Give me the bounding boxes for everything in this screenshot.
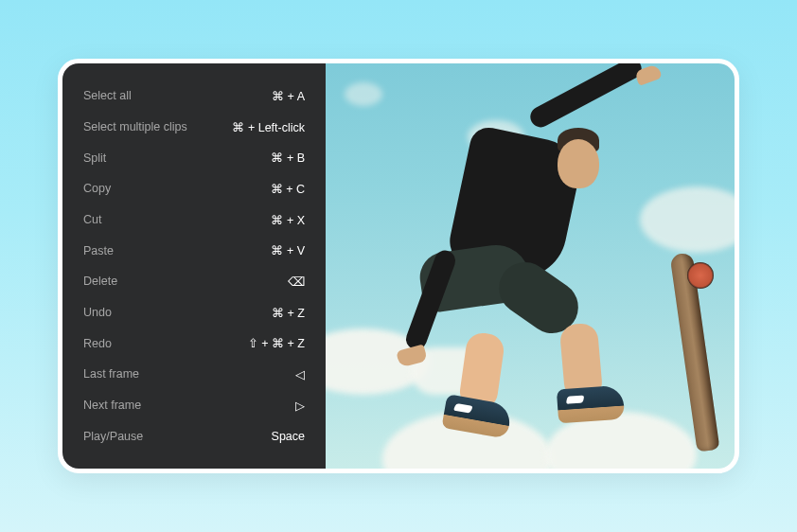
- skater-shoe: [441, 394, 512, 439]
- shortcuts-panel: Select all ⌘ + A Select multiple clips ⌘…: [62, 63, 326, 469]
- shortcut-keys: ◁: [295, 367, 305, 381]
- shortcut-keys: ⌘ + A: [272, 89, 305, 103]
- shortcut-keys: ⇧ + ⌘ + Z: [248, 336, 305, 350]
- shortcut-select-multiple[interactable]: Select multiple clips ⌘ + Left-click: [83, 112, 305, 143]
- skater-hand: [396, 344, 428, 367]
- shortcut-delete[interactable]: Delete ⌫: [83, 266, 305, 297]
- shortcut-label: Cut: [83, 213, 101, 226]
- shortcut-undo[interactable]: Undo ⌘ + Z: [83, 297, 305, 328]
- skater-head: [558, 139, 599, 188]
- skater-shoe: [557, 385, 625, 424]
- shortcut-label: Select multiple clips: [83, 120, 187, 133]
- shortcut-label: Split: [83, 151, 106, 165]
- shortcut-label: Next frame: [83, 399, 141, 412]
- shortcut-split[interactable]: Split ⌘ + B: [83, 142, 305, 173]
- shortcut-redo[interactable]: Redo ⇧ + ⌘ + Z: [83, 328, 305, 359]
- shortcut-keys: ⌘ + Left-click: [232, 120, 305, 134]
- shortcut-keys: ⌘ + B: [271, 151, 305, 165]
- shortcut-next-frame[interactable]: Next frame ▷: [83, 390, 305, 421]
- shortcut-label: Redo: [83, 337, 112, 350]
- shortcut-label: Copy: [83, 182, 111, 195]
- shortcut-keys: ▷: [295, 399, 305, 413]
- shortcut-keys: ⌘ + V: [271, 243, 305, 257]
- shortcut-select-all[interactable]: Select all ⌘ + A: [83, 80, 305, 112]
- editor-window: Select all ⌘ + A Select multiple clips ⌘…: [58, 59, 739, 473]
- shortcut-paste[interactable]: Paste ⌘ + V: [83, 235, 305, 266]
- shortcut-label: Last frame: [83, 367, 139, 381]
- shortcut-label: Delete: [83, 275, 117, 288]
- shortcut-label: Paste: [83, 244, 114, 257]
- shortcut-label: Select all: [83, 89, 132, 102]
- shortcut-keys: Space: [272, 430, 305, 443]
- shortcut-last-frame[interactable]: Last frame ◁: [83, 359, 305, 390]
- skater-illustration: [373, 82, 657, 442]
- skateboard-wheel: [687, 262, 714, 289]
- shortcut-copy[interactable]: Copy ⌘ + C: [83, 173, 305, 204]
- shortcut-cut[interactable]: Cut ⌘ + X: [83, 204, 305, 236]
- shortcut-keys: ⌘ + Z: [272, 306, 305, 320]
- video-preview[interactable]: [326, 63, 735, 469]
- shortcut-play-pause[interactable]: Play/Pause Space: [83, 420, 305, 452]
- shortcut-label: Undo: [83, 306, 112, 319]
- shortcut-keys: ⌫: [288, 275, 305, 289]
- shortcut-keys: ⌘ + X: [271, 213, 305, 227]
- shortcut-keys: ⌘ + C: [271, 182, 305, 196]
- shortcut-label: Play/Pause: [83, 430, 143, 443]
